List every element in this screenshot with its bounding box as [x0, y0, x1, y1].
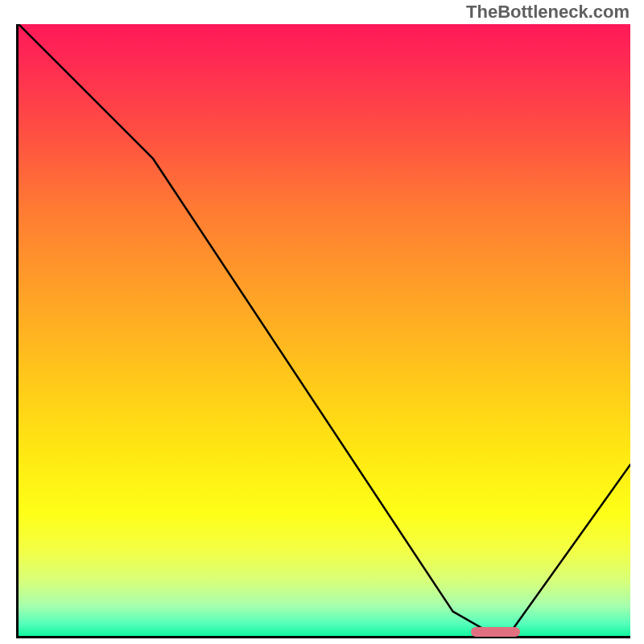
chart-plot-area — [16, 24, 630, 638]
watermark-text: TheBottleneck.com — [466, 2, 630, 23]
optimal-marker — [471, 627, 520, 637]
bottleneck-curve — [19, 24, 630, 636]
